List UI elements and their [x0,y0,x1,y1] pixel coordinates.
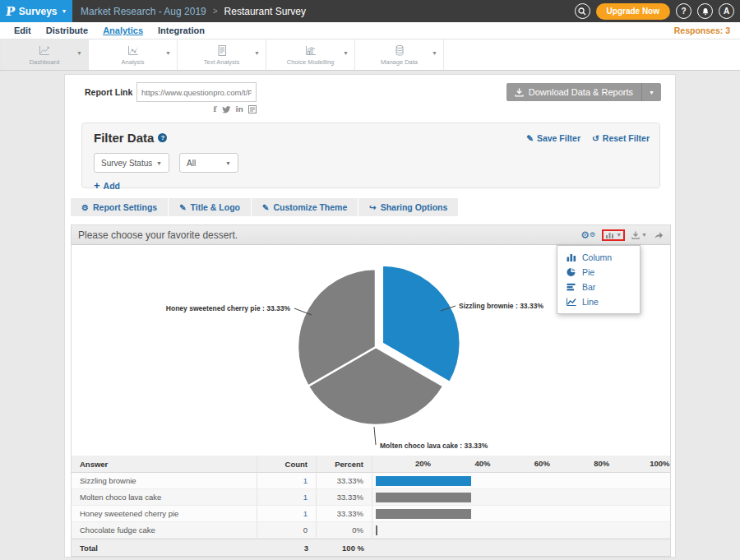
cell-answer: Sizzling brownie [72,473,257,488]
percent-bar [376,493,471,502]
pie-callout-sizzling-brownie: Sizzling brownie : 33.33% [459,302,543,310]
cell-count[interactable]: 1 [257,506,317,521]
chevron-down-icon[interactable]: ▼ [165,50,171,56]
chart-menu-item-column[interactable]: Column [557,250,640,265]
chevron-down-icon: ▼ [641,232,647,238]
cell-count[interactable]: 1 [257,489,317,505]
chart-menu-item-pie[interactable]: Pie [557,265,640,280]
choice-modelling-icon [304,44,317,57]
percent-bar [376,509,471,519]
chart-menu-item-line[interactable]: Line [557,294,640,309]
cell-count[interactable]: 1 [257,473,317,488]
pencil-icon: ✎ [262,203,269,212]
pencil-icon: ✎ [179,203,186,212]
chevron-down-icon[interactable]: ▼ [76,50,82,56]
scale-tick-80: 80% [594,459,609,468]
dashboard-content-card: Report Link f in Download Data & Reports… [64,74,676,558]
tab-manage-data-label: Manage Data [381,58,418,66]
bar-chart-icon [605,231,614,239]
cell-percent: 33.33% [317,506,372,521]
tab-choice-modelling[interactable]: Choice Modelling ▼ [266,39,355,70]
question-chart-panel: Please choose your favorite dessert. ⚙⚙ … [71,224,671,557]
account-avatar[interactable]: A [719,3,734,19]
chevron-down-icon: ▼ [156,160,162,166]
embed-icon[interactable] [248,105,257,113]
share-arrow-icon: ↪ [369,203,376,212]
chevron-down-icon: ▼ [225,160,231,166]
menu-item-distribute[interactable]: Distribute [39,25,95,35]
tab-text-analysis-label: Text Analysis [204,58,239,66]
filter-help-icon[interactable]: ? [158,133,167,142]
tab-dashboard[interactable]: Dashboard ▼ [0,39,89,70]
header-count: Count [257,456,317,472]
cell-answer: Honey sweetened cherry pie [72,506,257,521]
chart-menu-item-bar[interactable]: Bar [557,280,640,294]
reset-filter-button[interactable]: ↺Reset Filter [592,133,650,143]
help-button[interactable]: ? [676,3,691,19]
download-options-caret[interactable]: ▼ [641,83,661,101]
tab-report-settings[interactable]: ⚙Report Settings [71,198,168,216]
add-filter-button[interactable]: +Add [94,180,120,191]
chevron-down-icon[interactable]: ▼ [254,50,260,56]
dashboard-chart-icon [38,44,51,57]
facebook-icon[interactable]: f [213,105,216,113]
breadcrumb-folder[interactable]: Market Research - Aug 2019 [81,6,206,17]
chart-share-button[interactable] [654,231,664,239]
chevron-down-icon[interactable]: ▼ [432,50,437,56]
questionpro-logo: P [5,4,16,19]
cell-count[interactable]: 0 [257,522,317,538]
chevron-down-icon: ▼ [62,8,67,14]
chevron-down-icon[interactable]: ▼ [343,50,349,56]
notifications-button[interactable] [697,3,713,19]
chart-download-button[interactable]: ▼ [631,231,647,239]
report-link-label: Report Link [85,87,132,97]
pie-chart-icon [567,268,576,276]
twitter-icon[interactable] [222,106,231,113]
share-icons-row: f in [188,105,257,113]
pie-callout-honey-sweetened-cherry-pie: Honey sweetened cherry pie : 33.33% [166,304,291,312]
total-bar-cell [372,539,670,556]
table-row-honey-sweetened-cherry-pie: Honey sweetened cherry pie133.33% [72,506,670,522]
menu-item-edit[interactable]: Edit [7,25,39,35]
tab-customize-theme[interactable]: ✎Customize Theme [252,198,358,216]
total-label: Total [72,539,257,556]
filter-value-select[interactable]: All ▼ [179,153,238,173]
search-icon [578,7,586,16]
linkedin-icon[interactable]: in [236,106,244,113]
tab-analysis[interactable]: Analysis ▼ [89,39,178,70]
chart-type-button[interactable]: ▼ [605,231,622,239]
cell-percent: 0% [317,522,372,538]
menu-item-integration[interactable]: Integration [150,25,212,35]
product-name: Surveys [19,6,58,17]
tab-manage-data[interactable]: Manage Data ▼ [355,39,444,70]
download-data-reports-button[interactable]: Download Data & Reports ▼ [506,83,661,101]
scale-tick-60: 60% [534,459,550,468]
tab-sharing-options[interactable]: ↪Sharing Options [358,198,458,216]
cell-bar [372,489,670,505]
column-chart-icon [567,253,576,261]
tab-text-analysis[interactable]: Text Analysis ▼ [178,39,266,70]
table-row-chocolate-fudge-cake: Chocolate fudge cake00% [72,522,670,539]
analysis-chart-icon [127,44,140,57]
gears-icon: ⚙ [81,203,89,212]
chart-type-dropdown-menu: Column Pie Bar Line [557,245,641,314]
filter-field-select[interactable]: Survey Status ▼ [94,153,169,173]
total-count: 3 [257,539,317,556]
upgrade-now-button[interactable]: Upgrade Now [596,3,670,20]
menu-item-analytics[interactable]: Analytics [95,25,150,35]
chart-settings-cogs-icon[interactable]: ⚙⚙ [580,229,595,241]
cell-percent: 33.33% [317,489,372,505]
download-icon [515,88,524,97]
surveys-product-switcher[interactable]: P Surveys ▼ [0,0,72,22]
search-button[interactable] [575,3,590,19]
responses-count[interactable]: Responses: 3 [674,25,733,35]
tab-title-logo[interactable]: ✎Title & Logo [169,198,251,216]
header-percent: Percent [317,456,372,472]
table-row-molten-choco-lava-cake: Molten choco lava cake133.33% [72,489,670,506]
report-link-input[interactable] [136,82,257,102]
cell-bar [372,473,670,488]
breadcrumb-survey-name[interactable]: Restaurant Survey [224,6,306,17]
scale-tick-20: 20% [415,459,431,468]
save-filter-button[interactable]: ✎Save Filter [526,133,580,143]
manage-data-database-icon [393,44,406,57]
